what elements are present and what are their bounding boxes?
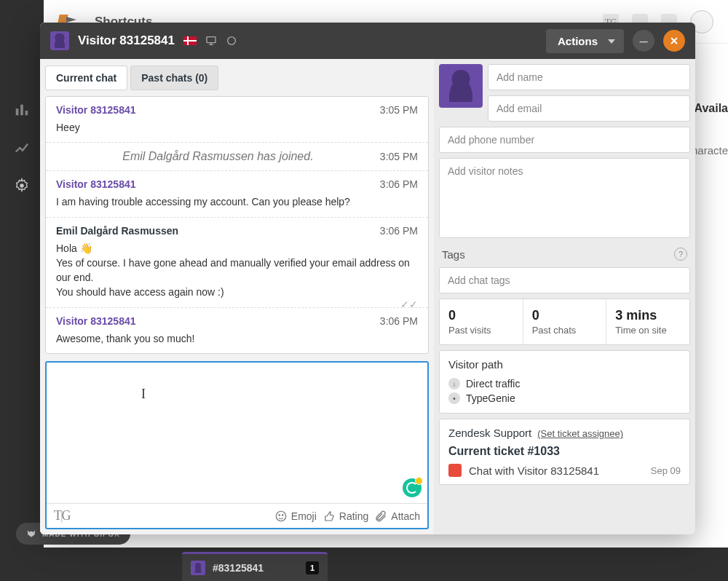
svg-point-3 — [20, 183, 24, 188]
message-time: 3:06 PM — [380, 178, 418, 190]
fox-icon — [26, 529, 36, 539]
composer-toolbar: T|G Emoji Rating Attach — [47, 503, 427, 528]
app-sidebar — [0, 0, 44, 581]
message-composer: T|G Emoji Rating Attach — [45, 361, 429, 529]
message-sender: Emil Dalgård Rasmussen — [56, 225, 178, 237]
message-input[interactable] — [47, 363, 427, 503]
chat-message: Emil Dalgård Rasmussen3:06 PMHola 👋Yes o… — [46, 218, 428, 308]
analytics-icon[interactable] — [14, 102, 30, 118]
settings-gear-icon[interactable] — [14, 178, 30, 194]
stat-past-chats: 0 Past chats — [523, 299, 607, 344]
ticket-date: Sep 09 — [651, 465, 681, 476]
chart-icon[interactable] — [14, 140, 30, 156]
svg-point-5 — [228, 37, 236, 45]
chat-message: Visitor 831258413:05 PMHeey — [46, 97, 428, 143]
paperclip-icon — [374, 510, 387, 523]
name-input[interactable] — [488, 64, 690, 90]
tags-input[interactable] — [439, 267, 690, 293]
thumbs-up-icon — [323, 510, 336, 523]
path-item: • TypeGenie — [448, 391, 681, 406]
zendesk-card: Zendesk Support (Set ticket assignee) Cu… — [439, 419, 690, 485]
visitor-path-title: Visitor path — [448, 358, 681, 371]
close-icon — [670, 36, 678, 45]
chat-message: Visitor 831258413:06 PMAwesome, thank yo… — [46, 308, 428, 353]
message-sender: Visitor 83125841 — [56, 104, 136, 116]
message-body: Heey — [56, 120, 418, 135]
desktop-icon — [205, 35, 217, 47]
tags-label: Tags — [442, 248, 465, 261]
svg-rect-1 — [20, 105, 23, 116]
chat-modal: Visitor 83125841 Actions – Current chat … — [40, 23, 695, 534]
help-icon[interactable]: ? — [674, 248, 687, 261]
svg-rect-4 — [207, 37, 215, 43]
chat-panel: Current chat Past chats (0) Visitor 8312… — [40, 59, 434, 534]
minimize-button[interactable]: – — [633, 30, 654, 52]
message-sender: Visitor 83125841 — [56, 178, 136, 190]
message-time: 3:06 PM — [380, 315, 418, 327]
message-time: 3:06 PM — [380, 225, 418, 237]
set-assignee-link[interactable]: (Set ticket assignee) — [537, 428, 623, 439]
read-receipt-icon: ✓✓ — [400, 297, 418, 312]
grammarly-icon[interactable] — [403, 478, 422, 497]
info-panel: Tags ? 0 Past visits 0 Past chats 3 mins… — [434, 59, 695, 534]
message-sender: Visitor 83125841 — [56, 315, 136, 327]
typegenie-badge-icon[interactable]: T|G — [54, 508, 70, 523]
phone-input[interactable] — [439, 127, 690, 153]
visitor-path-card: Visitor path ↓ Direct traffic • TypeGeni… — [439, 350, 690, 414]
ticket-heading: Current ticket #1033 — [448, 445, 681, 458]
ticket-status-icon — [448, 464, 462, 477]
emoji-icon — [274, 510, 288, 523]
message-body: I am having trouble accessing my account… — [56, 194, 418, 209]
chat-message: Emil Dalgård Rasmussen has joined.3:05 P… — [46, 143, 428, 171]
chat-tabs: Current chat Past chats (0) — [45, 64, 429, 96]
visitor-avatar-icon — [50, 31, 69, 50]
arrow-down-icon: ↓ — [448, 378, 460, 390]
stats-row: 0 Past visits 0 Past chats 3 mins Time o… — [439, 299, 690, 345]
emoji-button[interactable]: Emoji — [274, 510, 317, 523]
ticket-row[interactable]: Chat with Visitor 83125841 Sep 09 — [448, 464, 681, 477]
bg-availability-text: Availa — [694, 102, 728, 115]
taskbar-chat-tab[interactable]: #83125841 1 — [182, 552, 328, 581]
text-cursor-icon — [141, 387, 147, 400]
flag-denmark-icon — [183, 36, 197, 45]
stat-time-on-site: 3 mins Time on site — [606, 299, 689, 344]
notes-input[interactable] — [439, 158, 690, 238]
svg-point-6 — [276, 511, 286, 521]
message-time: 3:05 PM — [380, 104, 418, 116]
svg-point-8 — [282, 514, 283, 515]
taskbar: #83125841 1 — [0, 548, 728, 581]
modal-title: Visitor 83125841 — [78, 33, 175, 48]
chat-message: Visitor 831258413:06 PMI am having troub… — [46, 171, 428, 217]
actions-dropdown[interactable]: Actions — [546, 29, 624, 53]
email-input[interactable] — [488, 95, 690, 122]
svg-point-7 — [279, 514, 280, 515]
message-body: Awesome, thank you so much! — [56, 331, 418, 346]
bullet-icon: • — [448, 392, 460, 404]
visitor-avatar-large — [439, 64, 483, 108]
rating-button[interactable]: Rating — [323, 510, 368, 523]
svg-rect-2 — [25, 111, 28, 115]
stat-past-visits: 0 Past visits — [440, 299, 523, 344]
ticket-name: Chat with Visitor 83125841 — [469, 465, 599, 477]
message-time: 3:05 PM — [380, 151, 418, 162]
tab-past-chats[interactable]: Past chats (0) — [130, 66, 218, 90]
path-item: ↓ Direct traffic — [448, 376, 681, 391]
chat-log[interactable]: Visitor 831258413:05 PMHeeyEmil Dalgård … — [45, 96, 429, 354]
message-body: Hola 👋Yes of course. I have gone ahead a… — [56, 241, 418, 300]
taskbar-avatar-icon — [191, 561, 205, 575]
tab-current-chat[interactable]: Current chat — [45, 66, 127, 90]
zendesk-title: Zendesk Support — [448, 427, 531, 439]
attach-button[interactable]: Attach — [374, 510, 420, 523]
bg-characters-text: haracte — [692, 144, 728, 157]
browser-icon — [226, 35, 237, 47]
join-text: Emil Dalgård Rasmussen has joined. — [56, 150, 380, 163]
close-button[interactable] — [663, 30, 685, 52]
modal-header: Visitor 83125841 Actions – — [40, 23, 695, 59]
taskbar-badge: 1 — [306, 561, 319, 574]
svg-rect-0 — [16, 108, 19, 115]
taskbar-tab-label: #83125841 — [213, 562, 264, 574]
